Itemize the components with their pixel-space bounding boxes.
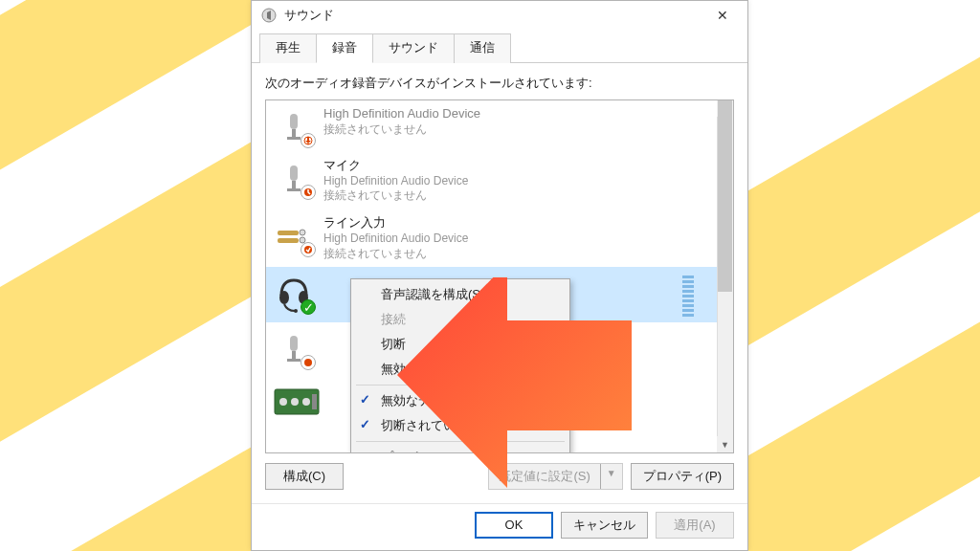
scroll-down-icon[interactable]: ▼ <box>717 436 733 452</box>
ctx-show-disconnected[interactable]: ✓切断されている <box>354 413 567 438</box>
ctx-show-disabled[interactable]: ✓無効なデバイス <box>354 388 567 413</box>
svg-point-23 <box>291 398 299 406</box>
titlebar: サウンド ✕ <box>252 1 747 29</box>
svg-rect-7 <box>287 188 301 191</box>
svg-rect-18 <box>292 351 296 359</box>
bottom-button-row: 構成(C) 既定値に設定(S)▼ プロパティ(P) <box>265 453 734 496</box>
set-default-button[interactable]: 既定値に設定(S)▼ <box>488 463 622 490</box>
apply-button: 適用(A) <box>656 512 734 539</box>
tab-playback[interactable]: 再生 <box>259 33 317 63</box>
tab-content: 次のオーディオ録音デバイスがインストールされています: High Definit… <box>252 63 747 503</box>
device-name: ライン入力 <box>323 215 468 231</box>
svg-point-16 <box>294 309 298 313</box>
svg-rect-9 <box>278 231 299 235</box>
status-badge-disconnected <box>301 185 316 200</box>
audio-board-icon <box>274 382 320 422</box>
svg-rect-3 <box>287 137 301 140</box>
microphone-icon <box>274 328 314 368</box>
device-name: High Definition Audio Device <box>323 106 480 122</box>
window-title: サウンド <box>284 7 703 24</box>
check-icon: ✓ <box>360 417 370 431</box>
svg-rect-5 <box>290 165 298 181</box>
scroll-thumb[interactable] <box>718 100 732 292</box>
ctx-properties[interactable]: プロパティ(P) <box>354 445 567 453</box>
sound-dialog: サウンド ✕ 再生 録音 サウンド 通信 次のオーディオ録音デバイスがインストー… <box>251 0 748 551</box>
device-item[interactable]: High Definition Audio Device 接続されていません <box>266 100 717 152</box>
status-badge-disconnected <box>301 133 316 148</box>
tab-recording[interactable]: 録音 <box>316 33 373 63</box>
ctx-disconnect[interactable]: 切断 <box>354 332 567 357</box>
svg-rect-17 <box>290 336 298 351</box>
sound-icon <box>261 8 277 23</box>
context-menu: 音声認識を構成(S) 接続 切断 無効化 ✓無効なデバイス ✓切断されている プ… <box>350 278 570 453</box>
tab-sounds[interactable]: サウンド <box>372 33 455 63</box>
device-item[interactable]: ライン入力 High Definition Audio Device 接続されて… <box>266 209 717 267</box>
tab-strip: 再生 録音 サウンド 通信 <box>252 29 747 63</box>
svg-point-11 <box>300 230 305 235</box>
ok-button[interactable]: OK <box>475 512 553 539</box>
check-icon: ✓ <box>360 392 370 407</box>
ctx-separator <box>356 441 565 442</box>
device-desc: High Definition Audio Device <box>323 231 468 247</box>
configure-button[interactable]: 構成(C) <box>265 463 344 490</box>
scrollbar[interactable]: ▲ ▼ <box>717 100 733 452</box>
tab-communications[interactable]: 通信 <box>454 33 511 63</box>
ctx-disable[interactable]: 無効化 <box>354 357 567 382</box>
svg-point-14 <box>279 291 289 304</box>
line-in-icon <box>274 215 314 255</box>
chevron-down-icon[interactable]: ▼ <box>600 464 622 489</box>
svg-rect-25 <box>312 394 317 409</box>
device-status: 接続されていません <box>323 247 468 262</box>
svg-rect-6 <box>292 181 296 188</box>
device-desc: High Definition Audio Device <box>323 174 468 189</box>
headset-icon: ✓ <box>274 273 314 313</box>
level-meter <box>682 273 694 317</box>
status-badge-disconnected <box>301 355 316 370</box>
device-status: 接続されていません <box>323 188 468 204</box>
instruction-text: 次のオーディオ録音デバイスがインストールされています: <box>265 75 734 92</box>
svg-point-24 <box>302 398 310 406</box>
svg-point-22 <box>279 398 287 406</box>
svg-rect-10 <box>278 238 299 243</box>
device-list[interactable]: High Definition Audio Device 接続されていません マ… <box>265 99 734 453</box>
properties-button[interactable]: プロパティ(P) <box>631 463 734 490</box>
ctx-separator <box>356 385 565 386</box>
device-item[interactable]: マイク High Definition Audio Device 接続されていま… <box>266 152 717 209</box>
svg-rect-1 <box>290 114 298 129</box>
microphone-icon <box>274 158 314 198</box>
svg-point-20 <box>304 359 312 366</box>
svg-rect-2 <box>292 129 296 137</box>
ctx-configure-speech[interactable]: 音声認識を構成(S) <box>354 282 567 307</box>
close-button[interactable]: ✕ <box>703 2 742 29</box>
device-name: マイク <box>323 158 468 174</box>
status-badge-disconnected <box>301 242 316 257</box>
svg-rect-19 <box>287 359 301 362</box>
microphone-icon <box>274 106 314 146</box>
ctx-connect: 接続 <box>354 307 567 332</box>
cancel-button[interactable]: キャンセル <box>561 512 648 539</box>
dialog-footer: OK キャンセル 適用(A) <box>252 503 747 550</box>
device-status: 接続されていません <box>323 122 480 138</box>
